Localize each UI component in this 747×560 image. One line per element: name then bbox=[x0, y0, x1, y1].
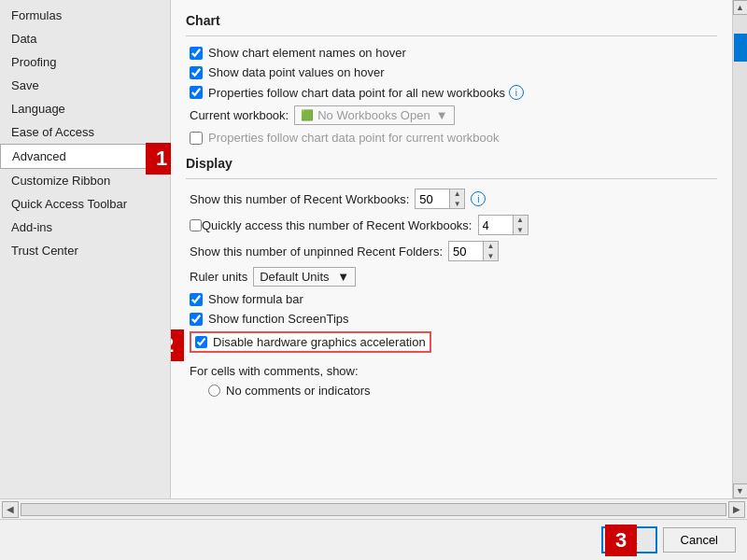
recent-workbooks-info-icon[interactable]: i bbox=[471, 191, 486, 206]
chart-option-row-1: Show chart element names on hover bbox=[186, 46, 717, 60]
chart-option-row-3: Properties follow chart data point for a… bbox=[186, 85, 717, 100]
unpinned-folders-up[interactable]: ▲ bbox=[483, 241, 498, 251]
options-dialog: Formulas Data Proofing Save Language Eas… bbox=[0, 0, 747, 560]
ruler-row: Ruler units Default Units ▼ bbox=[186, 267, 717, 287]
ruler-dropdown-arrow-icon: ▼ bbox=[337, 270, 349, 284]
display-section-header: Display bbox=[186, 156, 717, 171]
unpinned-folders-spinner: ▲ ▼ bbox=[483, 241, 498, 261]
scroll-track[interactable] bbox=[733, 15, 748, 483]
screentips-label: Show function ScreenTips bbox=[208, 312, 349, 326]
sidebar-item-save[interactable]: Save bbox=[0, 74, 170, 97]
info-icon[interactable]: i bbox=[509, 85, 524, 100]
footer: 3 OK Cancel bbox=[0, 519, 747, 560]
unpinned-folders-input[interactable] bbox=[449, 243, 483, 260]
sidebar-item-language[interactable]: Language bbox=[0, 97, 170, 120]
properties-follow-new-label: Properties follow chart data point for a… bbox=[208, 86, 505, 100]
show-names-hover-label: Show chart element names on hover bbox=[208, 46, 406, 60]
quickly-access-up[interactable]: ▲ bbox=[513, 215, 528, 225]
quickly-access-row: Quickly access this number of Recent Wor… bbox=[186, 215, 717, 235]
sidebar-item-data[interactable]: Data bbox=[0, 27, 170, 50]
horizontal-scroll-track[interactable] bbox=[21, 503, 726, 516]
scroll-right-button[interactable]: ▶ bbox=[728, 501, 745, 518]
recent-workbooks-input-wrapper: ▲ ▼ bbox=[415, 189, 465, 209]
disable-hardware-row: Disable hardware graphics acceleration bbox=[190, 331, 431, 353]
recent-workbooks-down[interactable]: ▼ bbox=[449, 199, 464, 209]
properties-follow-new-checkbox[interactable] bbox=[190, 86, 203, 99]
formula-bar-label: Show formula bar bbox=[208, 292, 303, 306]
workbook-dropdown[interactable]: 🟩 No Workbooks Open ▼ bbox=[294, 105, 454, 125]
bottom-scrollbar: ◀ ▶ bbox=[0, 498, 747, 519]
scroll-down-button[interactable]: ▼ bbox=[733, 483, 748, 498]
chart-option-row-4: Properties follow chart data point for c… bbox=[186, 131, 717, 145]
quickly-access-input-wrapper: ▲ ▼ bbox=[478, 215, 529, 235]
properties-current-checkbox[interactable] bbox=[190, 132, 203, 145]
screentips-checkbox[interactable] bbox=[190, 313, 203, 326]
show-values-hover-label: Show data point values on hover bbox=[208, 65, 385, 79]
sidebar: Formulas Data Proofing Save Language Eas… bbox=[0, 0, 171, 498]
sidebar-item-advanced[interactable]: Advanced 1 bbox=[0, 144, 170, 169]
chart-option-row-2: Show data point values on hover bbox=[186, 65, 717, 79]
workbook-value: No Workbooks Open bbox=[317, 108, 430, 122]
comments-label: For cells with comments, show: bbox=[186, 364, 717, 378]
scroll-up-button[interactable]: ▲ bbox=[733, 0, 748, 15]
no-comments-row: No comments or indicators bbox=[186, 384, 717, 398]
main-content: Chart Show chart element names on hover … bbox=[171, 0, 732, 498]
sidebar-item-proofing[interactable]: Proofing bbox=[0, 50, 170, 74]
recent-workbooks-up[interactable]: ▲ bbox=[449, 189, 464, 199]
scroll-thumb[interactable] bbox=[734, 34, 747, 62]
unpinned-folders-row: Show this number of unpinned Recent Fold… bbox=[186, 241, 717, 261]
badge-2: 2 bbox=[171, 329, 184, 361]
sidebar-item-add-ins[interactable]: Add-ins bbox=[0, 216, 170, 239]
unpinned-folders-input-wrapper: ▲ ▼ bbox=[448, 241, 499, 261]
sidebar-item-quick-access-toolbar[interactable]: Quick Access Toolbar bbox=[0, 192, 170, 216]
recent-workbooks-label: Show this number of Recent Workbooks: bbox=[190, 192, 409, 206]
cancel-button[interactable]: Cancel bbox=[663, 527, 736, 553]
properties-current-label: Properties follow chart data point for c… bbox=[208, 131, 499, 145]
current-workbook-label: Current workbook: bbox=[190, 108, 289, 122]
quickly-access-spinner: ▲ ▼ bbox=[513, 215, 528, 235]
recent-workbooks-input[interactable] bbox=[416, 190, 449, 208]
no-comments-label: No comments or indicators bbox=[226, 384, 371, 398]
sidebar-item-customize-ribbon[interactable]: Customize Ribbon bbox=[0, 169, 170, 192]
quickly-access-down[interactable]: ▼ bbox=[513, 225, 528, 235]
sidebar-item-ease-of-access[interactable]: Ease of Access bbox=[0, 120, 170, 144]
screentips-row: Show function ScreenTips bbox=[186, 312, 717, 326]
no-comments-radio[interactable] bbox=[208, 385, 220, 397]
quickly-access-input[interactable] bbox=[479, 217, 513, 234]
unpinned-folders-down[interactable]: ▼ bbox=[483, 251, 498, 261]
scroll-left-button[interactable]: ◀ bbox=[2, 501, 19, 518]
disable-hardware-label: Disable hardware graphics acceleration bbox=[213, 335, 426, 349]
ruler-label: Ruler units bbox=[190, 270, 247, 284]
recent-workbooks-spinner: ▲ ▼ bbox=[449, 189, 464, 209]
recent-workbooks-row: Show this number of Recent Workbooks: ▲ … bbox=[186, 189, 717, 209]
sidebar-item-formulas[interactable]: Formulas bbox=[0, 4, 170, 27]
show-values-hover-checkbox[interactable] bbox=[190, 66, 203, 79]
dialog-body: Formulas Data Proofing Save Language Eas… bbox=[0, 0, 747, 498]
ruler-value: Default Units bbox=[260, 270, 329, 284]
formula-bar-checkbox[interactable] bbox=[190, 293, 203, 306]
disable-hardware-checkbox[interactable] bbox=[195, 336, 207, 348]
ok-button[interactable]: OK bbox=[601, 526, 657, 553]
chart-section-header: Chart bbox=[186, 13, 717, 28]
right-scrollbar: ▲ ▼ bbox=[732, 0, 747, 498]
quickly-access-checkbox[interactable] bbox=[190, 219, 202, 231]
chart-divider bbox=[186, 35, 717, 36]
sidebar-item-trust-center[interactable]: Trust Center bbox=[0, 239, 170, 262]
formula-bar-row: Show formula bar bbox=[186, 292, 717, 306]
display-divider bbox=[186, 178, 717, 179]
unpinned-folders-label: Show this number of unpinned Recent Fold… bbox=[190, 245, 443, 259]
dropdown-arrow-icon: ▼ bbox=[430, 108, 448, 122]
quickly-access-label: Quickly access this number of Recent Wor… bbox=[202, 218, 472, 232]
ruler-dropdown[interactable]: Default Units ▼ bbox=[253, 267, 356, 287]
current-workbook-row: Current workbook: 🟩 No Workbooks Open ▼ bbox=[186, 105, 717, 125]
excel-icon: 🟩 bbox=[301, 109, 314, 121]
show-names-hover-checkbox[interactable] bbox=[190, 47, 203, 60]
